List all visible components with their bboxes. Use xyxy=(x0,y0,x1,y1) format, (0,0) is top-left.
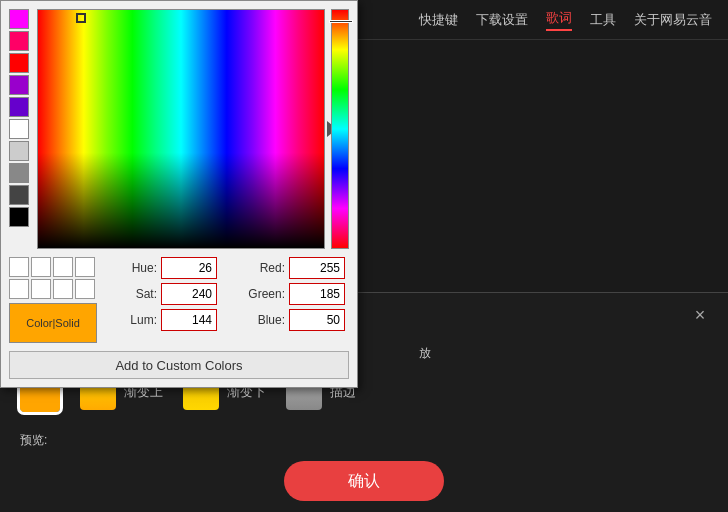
swatch-2[interactable] xyxy=(9,31,29,51)
green-label: Green: xyxy=(225,287,285,301)
nav-tools[interactable]: 工具 xyxy=(590,11,616,29)
red-label: Red: xyxy=(225,261,285,275)
nav-lyrics[interactable]: 歌词 xyxy=(546,9,572,31)
red-input[interactable] xyxy=(289,257,345,279)
blue-label: Blue: xyxy=(225,313,285,327)
hue-input[interactable] xyxy=(161,257,217,279)
picker-top xyxy=(9,9,349,249)
sat-label: Sat: xyxy=(107,287,157,301)
放-label: 放 xyxy=(419,345,431,362)
color-inputs: Hue: Red: Sat: Green: Lum: Blue: xyxy=(107,257,349,331)
color-preview-section: Color|Solid xyxy=(9,257,99,343)
swatch-1[interactable] xyxy=(9,9,29,29)
preview-label: 预览: xyxy=(20,432,47,449)
swatch-9[interactable] xyxy=(9,185,29,205)
hue-slider-thumb[interactable] xyxy=(329,20,353,23)
swatch-7[interactable] xyxy=(9,141,29,161)
green-input[interactable] xyxy=(289,283,345,305)
hue-slider-track xyxy=(332,10,348,248)
sat-input[interactable] xyxy=(161,283,217,305)
custom-swatch-7[interactable] xyxy=(53,279,73,299)
swatch-5[interactable] xyxy=(9,97,29,117)
lum-label: Lum: xyxy=(107,313,157,327)
custom-swatch-6[interactable] xyxy=(31,279,51,299)
color-picker-popup: Color|Solid Hue: Red: Sat: Green: Lum: B… xyxy=(0,0,358,388)
nav-shortcut[interactable]: 快捷键 xyxy=(419,11,458,29)
swatch-3[interactable] xyxy=(9,53,29,73)
color-preview-box: Color|Solid xyxy=(9,303,97,343)
swatch-4[interactable] xyxy=(9,75,29,95)
nav-download[interactable]: 下载设置 xyxy=(476,11,528,29)
lum-input[interactable] xyxy=(161,309,217,331)
blue-input[interactable] xyxy=(289,309,345,331)
swatch-8[interactable] xyxy=(9,163,29,183)
custom-swatch-2[interactable] xyxy=(31,257,51,277)
nav-about[interactable]: 关于网易云音 xyxy=(634,11,712,29)
color-solid-label: Color|Solid xyxy=(26,317,80,329)
swatch-6[interactable] xyxy=(9,119,29,139)
color-gradient-canvas[interactable] xyxy=(37,9,325,249)
custom-swatch-8[interactable] xyxy=(75,279,95,299)
picker-bottom: Color|Solid Hue: Red: Sat: Green: Lum: B… xyxy=(9,257,349,343)
preview-row: 预览: xyxy=(20,432,708,449)
add-custom-colors-button[interactable]: Add to Custom Colors xyxy=(9,351,349,379)
hue-label: Hue: xyxy=(107,261,157,275)
swatch-10[interactable] xyxy=(9,207,29,227)
custom-swatch-3[interactable] xyxy=(53,257,73,277)
custom-swatch-1[interactable] xyxy=(9,257,29,277)
confirm-button[interactable]: 确认 xyxy=(284,461,444,501)
hue-slider[interactable] xyxy=(331,9,349,249)
custom-swatch-4[interactable] xyxy=(75,257,95,277)
color-swatches-left xyxy=(9,9,31,249)
custom-color-swatches xyxy=(9,257,99,299)
dialog-close-button[interactable]: × xyxy=(688,303,712,327)
custom-swatch-5[interactable] xyxy=(9,279,29,299)
